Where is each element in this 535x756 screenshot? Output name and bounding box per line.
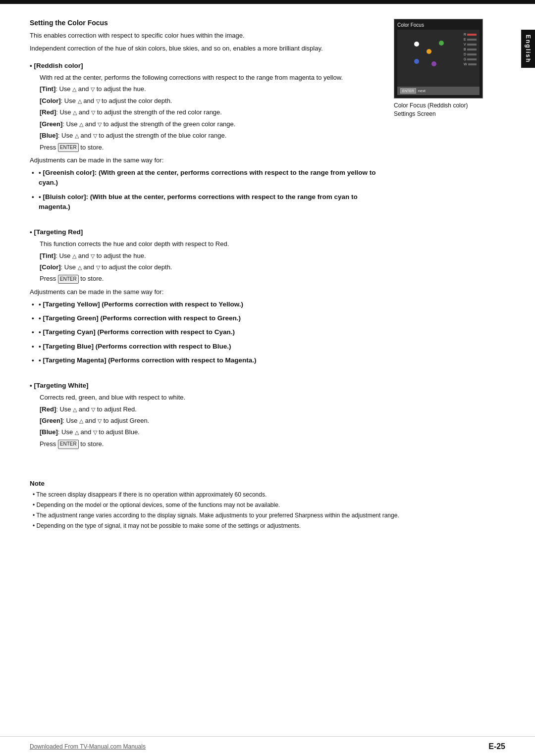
- english-tab: English: [521, 30, 535, 68]
- reddish-press: Press ENTER to store.: [40, 142, 384, 152]
- tr-down-icon2: ▽: [96, 263, 100, 272]
- screen-title: Color Focus: [397, 22, 480, 28]
- tw-red-label: [Red]: [40, 405, 56, 413]
- tw-red: [Red]: Use △ and ▽ to adjust Red.: [40, 404, 384, 414]
- up-arrow-icon5: △: [75, 131, 79, 140]
- sidebar-bar-d: D: [464, 52, 477, 56]
- down-arrow-icon: ▽: [91, 85, 95, 94]
- greenish-bullet: • [Greenish color]: (With green at the c…: [30, 168, 384, 188]
- screen-bottom: ENTER next: [397, 87, 480, 95]
- sidebar-bar-g: G: [464, 57, 477, 61]
- tr-tint-label: [Tint]: [40, 252, 55, 259]
- adjustments-text-2: Adjustments can be made in the same way …: [30, 288, 384, 296]
- tr-up-icon2: △: [78, 263, 82, 272]
- tw-green: [Green]: Use △ and ▽ to adjust Green.: [40, 415, 384, 426]
- tw-enter-key-icon: ENTER: [58, 440, 79, 449]
- tw-press: Press ENTER to store.: [40, 439, 384, 449]
- tw-down-icon3: ▽: [93, 428, 97, 437]
- dot-orange: [427, 49, 431, 54]
- note-item-1: • The screen display disappears if there…: [30, 490, 485, 499]
- green-label: [Green]: [40, 120, 62, 128]
- sidebar-bar-v: V: [464, 43, 477, 46]
- note-section: Note • The screen display disappears if …: [30, 480, 485, 530]
- reddish-tint: [Tint]: Use △ and ▽ to adjust the hue.: [40, 84, 384, 94]
- sidebar-bar-w: W: [464, 62, 477, 66]
- reddish-color: [Color]: Use △ and ▽ to adjust the color…: [40, 96, 384, 106]
- up-arrow-icon: △: [72, 85, 76, 94]
- targeting-white-heading: • [Targeting White]: [30, 382, 384, 389]
- color-label: [Color]: [40, 97, 61, 104]
- sidebar-bar-b: B: [464, 48, 477, 51]
- tw-down-icon: ▽: [91, 405, 95, 414]
- tr-down-icon: ▽: [91, 252, 95, 260]
- screen-mockup: Color Focus R: [394, 19, 483, 99]
- targeting-cyan: • [Targeting Cyan] (Performs correction …: [30, 327, 384, 337]
- tw-up-icon2: △: [79, 416, 83, 425]
- screen-caption: Color Focus (Reddish color)Settings Scre…: [394, 101, 485, 118]
- reddish-desc: With red at the center, performs the fol…: [40, 72, 384, 83]
- tr-color: [Color]: Use △ and ▽ to adjust the color…: [40, 262, 384, 272]
- tr-color-label: [Color]: [40, 263, 61, 271]
- top-bar: [0, 0, 535, 4]
- dot-white: [414, 42, 419, 47]
- targeting-blue: • [Targeting Blue] (Performs correction …: [30, 342, 384, 352]
- dot-green: [439, 41, 444, 46]
- tr-enter-key-icon: ENTER: [58, 275, 79, 284]
- down-arrow-icon5: ▽: [93, 131, 97, 140]
- tw-blue: [Blue]: Use △ and ▽ to adjust Blue.: [40, 427, 384, 437]
- enter-key-icon: ENTER: [58, 143, 79, 152]
- tw-up-icon3: △: [75, 428, 79, 437]
- tw-green-label: [Green]: [40, 417, 62, 424]
- up-arrow-icon4: △: [79, 120, 83, 129]
- tr-tint: [Tint]: Use △ and ▽ to adjust the hue.: [40, 251, 384, 261]
- bottom-bar: Downloaded From TV-Manual.com Manuals E-…: [0, 736, 535, 756]
- up-arrow-icon2: △: [78, 97, 82, 105]
- tr-up-icon: △: [72, 252, 76, 260]
- bluish-bullet: • [Bluish color]: (With blue at the cent…: [30, 192, 384, 212]
- next-key-icon: ENTER: [400, 88, 416, 94]
- tr-press: Press ENTER to store.: [40, 273, 384, 284]
- content-with-image: Setting the Color Focus This enables cor…: [30, 19, 485, 450]
- targeting-bullet-list: • [Targeting Yellow] (Performs correctio…: [30, 300, 384, 365]
- screen-next-label: next: [418, 89, 426, 93]
- tw-up-icon: △: [73, 405, 77, 414]
- page-number: E-25: [488, 742, 505, 751]
- intro-text-1: This enables correction with respect to …: [30, 31, 384, 41]
- section-heading: Setting the Color Focus: [30, 19, 384, 27]
- reddish-block: With red at the center, performs the fol…: [30, 72, 384, 152]
- targeting-green: • [Targeting Green] (Performs correction…: [30, 313, 384, 323]
- reddish-red: [Red]: Use △ and ▽ to adjust the strengt…: [40, 107, 384, 117]
- note-heading: Note: [30, 480, 485, 487]
- targeting-red-block: This function corrects the hue and color…: [30, 239, 384, 284]
- reddish-color-heading: • [Reddish color]: [30, 62, 384, 69]
- targeting-red-desc: This function corrects the hue and color…: [40, 239, 384, 249]
- down-arrow-icon2: ▽: [96, 97, 100, 105]
- screen-sidebar: R E V B: [463, 32, 478, 67]
- sidebar-bar-r: R: [464, 33, 477, 36]
- intro-text-2: Independent correction of the hue of ski…: [30, 44, 384, 53]
- tw-blue-label: [Blue]: [40, 428, 58, 436]
- blue-label: [Blue]: [40, 132, 58, 139]
- screen-body: R E V B: [397, 30, 480, 87]
- bottom-link[interactable]: Downloaded From TV-Manual.com Manuals: [30, 743, 146, 750]
- down-arrow-icon4: ▽: [98, 120, 102, 129]
- text-col: Setting the Color Focus This enables cor…: [30, 19, 384, 450]
- tw-down-icon2: ▽: [98, 416, 102, 425]
- note-item-2: • Depending on the model or the optional…: [30, 501, 485, 509]
- targeting-red-heading: • [Targeting Red]: [30, 228, 384, 236]
- color-bullet-list: • [Greenish color]: (With green at the c…: [30, 168, 384, 212]
- targeting-white-desc: Corrects red, green, and blue with respe…: [40, 392, 384, 403]
- color-dots-area: [399, 32, 463, 85]
- down-arrow-icon3: ▽: [91, 108, 95, 117]
- reddish-green: [Green]: Use △ and ▽ to adjust the stren…: [40, 119, 384, 129]
- targeting-yellow: • [Targeting Yellow] (Performs correctio…: [30, 300, 384, 309]
- note-item-4: • Depending on the type of signal, it ma…: [30, 521, 485, 530]
- up-arrow-icon3: △: [73, 108, 77, 117]
- reddish-blue: [Blue]: Use △ and ▽ to adjust the streng…: [40, 130, 384, 141]
- tint-label: [Tint]: [40, 85, 55, 93]
- sidebar-bar-e: E: [464, 38, 477, 41]
- main-content: Setting the Color Focus This enables cor…: [0, 4, 535, 561]
- note-item-3: • The adjustment range varies according …: [30, 511, 485, 520]
- targeting-magenta: • [Targeting Magenta] (Performs correcti…: [30, 355, 384, 365]
- adjustments-text-1: Adjustments can be made in the same way …: [30, 156, 384, 164]
